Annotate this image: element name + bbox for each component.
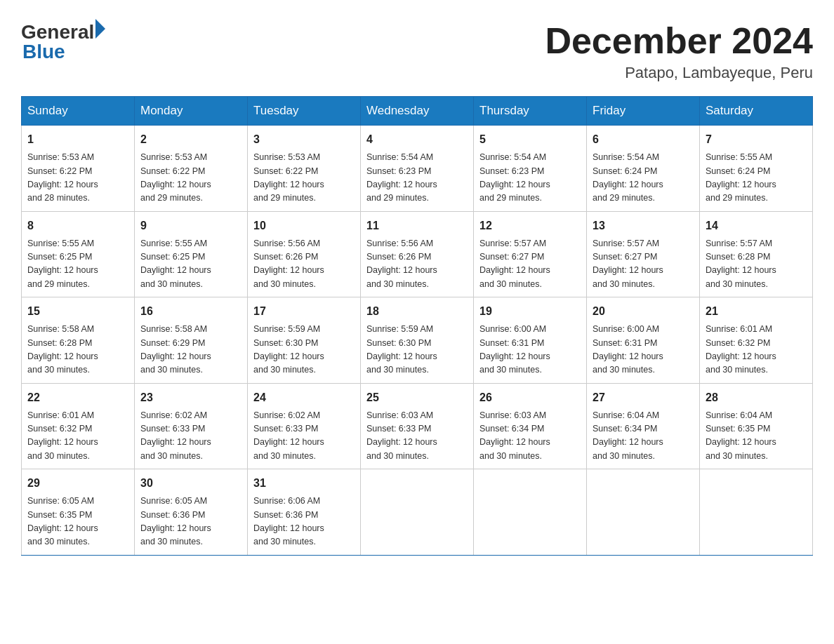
calendar-week-row: 15 Sunrise: 5:58 AM Sunset: 6:28 PM Dayl… <box>22 297 813 384</box>
calendar-day-cell: 5 Sunrise: 5:54 AM Sunset: 6:23 PM Dayli… <box>474 126 587 212</box>
day-number: 25 <box>366 389 468 406</box>
day-number: 16 <box>140 303 241 320</box>
calendar-table: SundayMondayTuesdayWednesdayThursdayFrid… <box>21 96 813 556</box>
day-number: 1 <box>27 131 128 148</box>
day-info: Sunrise: 5:55 AM Sunset: 6:25 PM Dayligh… <box>27 237 128 292</box>
calendar-day-cell <box>587 469 700 556</box>
calendar-week-row: 1 Sunrise: 5:53 AM Sunset: 6:22 PM Dayli… <box>22 126 813 212</box>
day-info: Sunrise: 6:01 AM Sunset: 6:32 PM Dayligh… <box>706 323 807 377</box>
day-info: Sunrise: 6:05 AM Sunset: 6:35 PM Dayligh… <box>27 495 128 549</box>
calendar-day-cell: 30 Sunrise: 6:05 AM Sunset: 6:36 PM Dayl… <box>135 469 248 556</box>
calendar-day-cell: 22 Sunrise: 6:01 AM Sunset: 6:32 PM Dayl… <box>22 383 135 469</box>
day-info: Sunrise: 5:54 AM Sunset: 6:23 PM Dayligh… <box>479 151 581 206</box>
day-of-week-header: Tuesday <box>248 97 361 126</box>
calendar-day-cell: 17 Sunrise: 5:59 AM Sunset: 6:30 PM Dayl… <box>248 297 361 384</box>
month-year-title: December 2024 <box>545 21 813 61</box>
day-number: 26 <box>479 389 581 406</box>
day-info: Sunrise: 6:06 AM Sunset: 6:36 PM Dayligh… <box>253 495 355 549</box>
day-number: 30 <box>140 475 241 492</box>
day-number: 22 <box>27 389 128 406</box>
calendar-day-cell: 2 Sunrise: 5:53 AM Sunset: 6:22 PM Dayli… <box>135 126 248 212</box>
day-info: Sunrise: 5:56 AM Sunset: 6:26 PM Dayligh… <box>253 237 355 292</box>
day-number: 4 <box>366 131 468 148</box>
day-info: Sunrise: 5:58 AM Sunset: 6:28 PM Dayligh… <box>27 323 128 377</box>
day-info: Sunrise: 6:02 AM Sunset: 6:33 PM Dayligh… <box>253 409 355 464</box>
day-number: 9 <box>140 217 241 234</box>
day-number: 28 <box>706 389 807 406</box>
day-info: Sunrise: 5:57 AM Sunset: 6:27 PM Dayligh… <box>593 237 694 292</box>
day-info: Sunrise: 6:00 AM Sunset: 6:31 PM Dayligh… <box>593 323 694 377</box>
day-info: Sunrise: 5:54 AM Sunset: 6:23 PM Dayligh… <box>366 151 468 206</box>
day-of-week-header: Thursday <box>474 97 587 126</box>
day-info: Sunrise: 6:02 AM Sunset: 6:33 PM Dayligh… <box>140 409 241 464</box>
day-number: 14 <box>706 217 807 234</box>
day-info: Sunrise: 5:55 AM Sunset: 6:25 PM Dayligh… <box>140 237 241 292</box>
title-block: December 2024 Patapo, Lambayeque, Peru <box>545 21 813 82</box>
calendar-day-cell: 6 Sunrise: 5:54 AM Sunset: 6:24 PM Dayli… <box>587 126 700 212</box>
day-info: Sunrise: 5:54 AM Sunset: 6:24 PM Dayligh… <box>593 151 694 206</box>
calendar-week-row: 29 Sunrise: 6:05 AM Sunset: 6:35 PM Dayl… <box>22 469 813 556</box>
calendar-day-cell <box>474 469 587 556</box>
calendar-day-cell: 15 Sunrise: 5:58 AM Sunset: 6:28 PM Dayl… <box>22 297 135 384</box>
page-header: General Blue December 2024 Patapo, Lamba… <box>21 21 813 82</box>
day-number: 2 <box>140 131 241 148</box>
location-subtitle: Patapo, Lambayeque, Peru <box>545 64 813 82</box>
day-number: 7 <box>706 131 807 148</box>
calendar-day-cell: 31 Sunrise: 6:06 AM Sunset: 6:36 PM Dayl… <box>248 469 361 556</box>
day-number: 3 <box>253 131 355 148</box>
logo-blue: Blue <box>22 41 65 63</box>
calendar-day-cell: 28 Sunrise: 6:04 AM Sunset: 6:35 PM Dayl… <box>700 383 813 469</box>
day-of-week-header: Sunday <box>22 97 135 126</box>
day-info: Sunrise: 6:03 AM Sunset: 6:33 PM Dayligh… <box>366 409 468 464</box>
logo-triangle-icon <box>95 19 105 39</box>
calendar-day-cell: 1 Sunrise: 5:53 AM Sunset: 6:22 PM Dayli… <box>22 126 135 212</box>
day-number: 19 <box>479 303 581 320</box>
day-number: 31 <box>253 475 355 492</box>
calendar-day-cell: 7 Sunrise: 5:55 AM Sunset: 6:24 PM Dayli… <box>700 126 813 212</box>
calendar-day-cell: 26 Sunrise: 6:03 AM Sunset: 6:34 PM Dayl… <box>474 383 587 469</box>
calendar-day-cell: 27 Sunrise: 6:04 AM Sunset: 6:34 PM Dayl… <box>587 383 700 469</box>
calendar-day-cell <box>700 469 813 556</box>
day-info: Sunrise: 5:58 AM Sunset: 6:29 PM Dayligh… <box>140 323 241 377</box>
calendar-week-row: 8 Sunrise: 5:55 AM Sunset: 6:25 PM Dayli… <box>22 211 813 297</box>
calendar-day-cell: 23 Sunrise: 6:02 AM Sunset: 6:33 PM Dayl… <box>135 383 248 469</box>
day-number: 17 <box>253 303 355 320</box>
day-of-week-header: Saturday <box>700 97 813 126</box>
day-number: 13 <box>593 217 694 234</box>
day-of-week-header: Friday <box>587 97 700 126</box>
day-info: Sunrise: 6:05 AM Sunset: 6:36 PM Dayligh… <box>140 495 241 549</box>
day-number: 6 <box>593 131 694 148</box>
logo: General Blue <box>21 21 105 63</box>
day-of-week-header: Monday <box>135 97 248 126</box>
calendar-day-cell: 11 Sunrise: 5:56 AM Sunset: 6:26 PM Dayl… <box>361 211 474 297</box>
calendar-day-cell: 19 Sunrise: 6:00 AM Sunset: 6:31 PM Dayl… <box>474 297 587 384</box>
calendar-day-cell: 13 Sunrise: 5:57 AM Sunset: 6:27 PM Dayl… <box>587 211 700 297</box>
day-number: 5 <box>479 131 581 148</box>
calendar-day-cell: 18 Sunrise: 5:59 AM Sunset: 6:30 PM Dayl… <box>361 297 474 384</box>
day-number: 20 <box>593 303 694 320</box>
day-info: Sunrise: 5:53 AM Sunset: 6:22 PM Dayligh… <box>140 151 241 206</box>
calendar-day-cell <box>361 469 474 556</box>
calendar-day-cell: 4 Sunrise: 5:54 AM Sunset: 6:23 PM Dayli… <box>361 126 474 212</box>
day-number: 15 <box>27 303 128 320</box>
day-info: Sunrise: 5:59 AM Sunset: 6:30 PM Dayligh… <box>366 323 468 377</box>
day-info: Sunrise: 5:57 AM Sunset: 6:27 PM Dayligh… <box>479 237 581 292</box>
calendar-day-cell: 21 Sunrise: 6:01 AM Sunset: 6:32 PM Dayl… <box>700 297 813 384</box>
day-info: Sunrise: 6:04 AM Sunset: 6:34 PM Dayligh… <box>593 409 694 464</box>
calendar-day-cell: 29 Sunrise: 6:05 AM Sunset: 6:35 PM Dayl… <box>22 469 135 556</box>
day-info: Sunrise: 5:56 AM Sunset: 6:26 PM Dayligh… <box>366 237 468 292</box>
calendar-day-cell: 10 Sunrise: 5:56 AM Sunset: 6:26 PM Dayl… <box>248 211 361 297</box>
calendar-day-cell: 3 Sunrise: 5:53 AM Sunset: 6:22 PM Dayli… <box>248 126 361 212</box>
day-number: 10 <box>253 217 355 234</box>
calendar-day-cell: 20 Sunrise: 6:00 AM Sunset: 6:31 PM Dayl… <box>587 297 700 384</box>
day-info: Sunrise: 6:03 AM Sunset: 6:34 PM Dayligh… <box>479 409 581 464</box>
day-number: 24 <box>253 389 355 406</box>
calendar-day-cell: 24 Sunrise: 6:02 AM Sunset: 6:33 PM Dayl… <box>248 383 361 469</box>
day-info: Sunrise: 5:53 AM Sunset: 6:22 PM Dayligh… <box>253 151 355 206</box>
day-number: 11 <box>366 217 468 234</box>
calendar-day-cell: 14 Sunrise: 5:57 AM Sunset: 6:28 PM Dayl… <box>700 211 813 297</box>
calendar-day-cell: 12 Sunrise: 5:57 AM Sunset: 6:27 PM Dayl… <box>474 211 587 297</box>
day-number: 29 <box>27 475 128 492</box>
calendar-day-cell: 16 Sunrise: 5:58 AM Sunset: 6:29 PM Dayl… <box>135 297 248 384</box>
calendar-day-cell: 9 Sunrise: 5:55 AM Sunset: 6:25 PM Dayli… <box>135 211 248 297</box>
